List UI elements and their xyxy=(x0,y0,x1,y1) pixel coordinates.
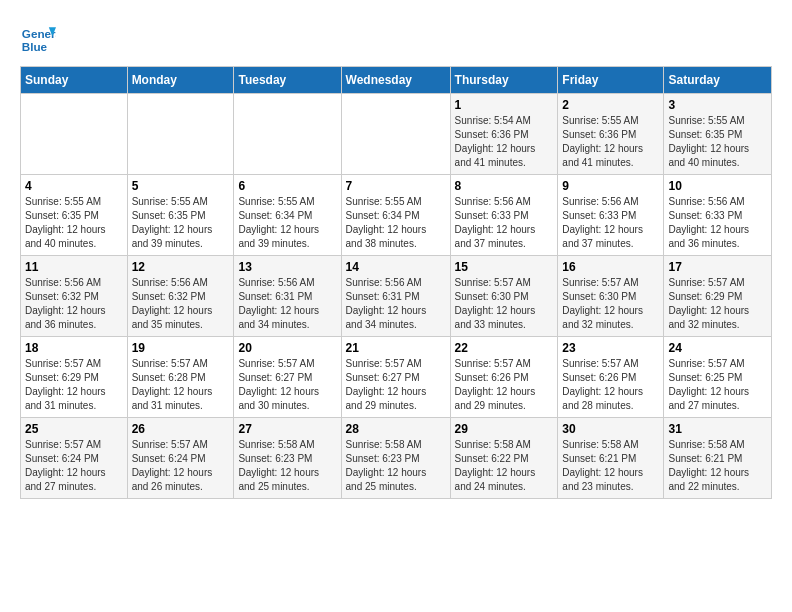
calendar-cell: 24Sunrise: 5:57 AM Sunset: 6:25 PM Dayli… xyxy=(664,337,772,418)
day-info: Sunrise: 5:57 AM Sunset: 6:28 PM Dayligh… xyxy=(132,357,230,413)
header-monday: Monday xyxy=(127,67,234,94)
week-row-1: 4Sunrise: 5:55 AM Sunset: 6:35 PM Daylig… xyxy=(21,175,772,256)
day-number: 31 xyxy=(668,422,767,436)
week-row-4: 25Sunrise: 5:57 AM Sunset: 6:24 PM Dayli… xyxy=(21,418,772,499)
day-number: 5 xyxy=(132,179,230,193)
day-info: Sunrise: 5:55 AM Sunset: 6:34 PM Dayligh… xyxy=(346,195,446,251)
calendar-cell: 13Sunrise: 5:56 AM Sunset: 6:31 PM Dayli… xyxy=(234,256,341,337)
day-number: 20 xyxy=(238,341,336,355)
calendar-cell: 23Sunrise: 5:57 AM Sunset: 6:26 PM Dayli… xyxy=(558,337,664,418)
day-info: Sunrise: 5:57 AM Sunset: 6:27 PM Dayligh… xyxy=(346,357,446,413)
week-row-3: 18Sunrise: 5:57 AM Sunset: 6:29 PM Dayli… xyxy=(21,337,772,418)
day-number: 2 xyxy=(562,98,659,112)
day-info: Sunrise: 5:55 AM Sunset: 6:34 PM Dayligh… xyxy=(238,195,336,251)
header-sunday: Sunday xyxy=(21,67,128,94)
calendar-cell: 7Sunrise: 5:55 AM Sunset: 6:34 PM Daylig… xyxy=(341,175,450,256)
day-number: 3 xyxy=(668,98,767,112)
day-number: 27 xyxy=(238,422,336,436)
day-info: Sunrise: 5:56 AM Sunset: 6:32 PM Dayligh… xyxy=(132,276,230,332)
day-number: 1 xyxy=(455,98,554,112)
calendar-cell: 21Sunrise: 5:57 AM Sunset: 6:27 PM Dayli… xyxy=(341,337,450,418)
day-number: 24 xyxy=(668,341,767,355)
day-number: 13 xyxy=(238,260,336,274)
day-info: Sunrise: 5:58 AM Sunset: 6:23 PM Dayligh… xyxy=(346,438,446,494)
day-number: 30 xyxy=(562,422,659,436)
day-number: 23 xyxy=(562,341,659,355)
calendar-cell xyxy=(234,94,341,175)
day-info: Sunrise: 5:57 AM Sunset: 6:25 PM Dayligh… xyxy=(668,357,767,413)
day-info: Sunrise: 5:58 AM Sunset: 6:21 PM Dayligh… xyxy=(668,438,767,494)
day-info: Sunrise: 5:55 AM Sunset: 6:35 PM Dayligh… xyxy=(132,195,230,251)
day-info: Sunrise: 5:56 AM Sunset: 6:31 PM Dayligh… xyxy=(346,276,446,332)
day-number: 14 xyxy=(346,260,446,274)
logo: General Blue xyxy=(20,20,56,56)
calendar-cell: 6Sunrise: 5:55 AM Sunset: 6:34 PM Daylig… xyxy=(234,175,341,256)
day-info: Sunrise: 5:58 AM Sunset: 6:21 PM Dayligh… xyxy=(562,438,659,494)
day-info: Sunrise: 5:56 AM Sunset: 6:33 PM Dayligh… xyxy=(455,195,554,251)
calendar-cell: 16Sunrise: 5:57 AM Sunset: 6:30 PM Dayli… xyxy=(558,256,664,337)
calendar-body: 1Sunrise: 5:54 AM Sunset: 6:36 PM Daylig… xyxy=(21,94,772,499)
day-info: Sunrise: 5:57 AM Sunset: 6:24 PM Dayligh… xyxy=(25,438,123,494)
calendar-table: SundayMondayTuesdayWednesdayThursdayFrid… xyxy=(20,66,772,499)
day-info: Sunrise: 5:55 AM Sunset: 6:35 PM Dayligh… xyxy=(668,114,767,170)
calendar-cell: 30Sunrise: 5:58 AM Sunset: 6:21 PM Dayli… xyxy=(558,418,664,499)
day-info: Sunrise: 5:55 AM Sunset: 6:36 PM Dayligh… xyxy=(562,114,659,170)
week-row-2: 11Sunrise: 5:56 AM Sunset: 6:32 PM Dayli… xyxy=(21,256,772,337)
calendar-cell: 12Sunrise: 5:56 AM Sunset: 6:32 PM Dayli… xyxy=(127,256,234,337)
calendar-cell: 8Sunrise: 5:56 AM Sunset: 6:33 PM Daylig… xyxy=(450,175,558,256)
day-number: 29 xyxy=(455,422,554,436)
calendar-cell: 3Sunrise: 5:55 AM Sunset: 6:35 PM Daylig… xyxy=(664,94,772,175)
page-header: General Blue xyxy=(20,20,772,56)
day-info: Sunrise: 5:56 AM Sunset: 6:32 PM Dayligh… xyxy=(25,276,123,332)
calendar-cell: 29Sunrise: 5:58 AM Sunset: 6:22 PM Dayli… xyxy=(450,418,558,499)
day-info: Sunrise: 5:57 AM Sunset: 6:29 PM Dayligh… xyxy=(25,357,123,413)
day-number: 28 xyxy=(346,422,446,436)
day-number: 19 xyxy=(132,341,230,355)
day-info: Sunrise: 5:57 AM Sunset: 6:30 PM Dayligh… xyxy=(562,276,659,332)
week-row-0: 1Sunrise: 5:54 AM Sunset: 6:36 PM Daylig… xyxy=(21,94,772,175)
calendar-cell: 15Sunrise: 5:57 AM Sunset: 6:30 PM Dayli… xyxy=(450,256,558,337)
day-info: Sunrise: 5:56 AM Sunset: 6:33 PM Dayligh… xyxy=(668,195,767,251)
day-info: Sunrise: 5:58 AM Sunset: 6:22 PM Dayligh… xyxy=(455,438,554,494)
calendar-cell xyxy=(127,94,234,175)
day-info: Sunrise: 5:58 AM Sunset: 6:23 PM Dayligh… xyxy=(238,438,336,494)
day-info: Sunrise: 5:57 AM Sunset: 6:24 PM Dayligh… xyxy=(132,438,230,494)
calendar-cell: 27Sunrise: 5:58 AM Sunset: 6:23 PM Dayli… xyxy=(234,418,341,499)
day-number: 25 xyxy=(25,422,123,436)
calendar-cell: 5Sunrise: 5:55 AM Sunset: 6:35 PM Daylig… xyxy=(127,175,234,256)
header-tuesday: Tuesday xyxy=(234,67,341,94)
day-number: 11 xyxy=(25,260,123,274)
calendar-cell xyxy=(21,94,128,175)
day-number: 9 xyxy=(562,179,659,193)
day-info: Sunrise: 5:57 AM Sunset: 6:26 PM Dayligh… xyxy=(455,357,554,413)
svg-text:Blue: Blue xyxy=(22,40,48,53)
day-number: 8 xyxy=(455,179,554,193)
calendar-cell: 17Sunrise: 5:57 AM Sunset: 6:29 PM Dayli… xyxy=(664,256,772,337)
calendar-cell: 14Sunrise: 5:56 AM Sunset: 6:31 PM Dayli… xyxy=(341,256,450,337)
calendar-header: SundayMondayTuesdayWednesdayThursdayFrid… xyxy=(21,67,772,94)
header-friday: Friday xyxy=(558,67,664,94)
day-number: 7 xyxy=(346,179,446,193)
day-info: Sunrise: 5:57 AM Sunset: 6:26 PM Dayligh… xyxy=(562,357,659,413)
calendar-cell: 22Sunrise: 5:57 AM Sunset: 6:26 PM Dayli… xyxy=(450,337,558,418)
calendar-cell: 28Sunrise: 5:58 AM Sunset: 6:23 PM Dayli… xyxy=(341,418,450,499)
calendar-cell: 4Sunrise: 5:55 AM Sunset: 6:35 PM Daylig… xyxy=(21,175,128,256)
calendar-cell: 1Sunrise: 5:54 AM Sunset: 6:36 PM Daylig… xyxy=(450,94,558,175)
logo-icon: General Blue xyxy=(20,20,56,56)
day-info: Sunrise: 5:56 AM Sunset: 6:31 PM Dayligh… xyxy=(238,276,336,332)
day-number: 16 xyxy=(562,260,659,274)
calendar-cell: 2Sunrise: 5:55 AM Sunset: 6:36 PM Daylig… xyxy=(558,94,664,175)
calendar-cell: 20Sunrise: 5:57 AM Sunset: 6:27 PM Dayli… xyxy=(234,337,341,418)
calendar-cell: 19Sunrise: 5:57 AM Sunset: 6:28 PM Dayli… xyxy=(127,337,234,418)
header-thursday: Thursday xyxy=(450,67,558,94)
day-info: Sunrise: 5:57 AM Sunset: 6:27 PM Dayligh… xyxy=(238,357,336,413)
calendar-cell: 31Sunrise: 5:58 AM Sunset: 6:21 PM Dayli… xyxy=(664,418,772,499)
day-number: 17 xyxy=(668,260,767,274)
day-number: 4 xyxy=(25,179,123,193)
day-number: 18 xyxy=(25,341,123,355)
day-info: Sunrise: 5:56 AM Sunset: 6:33 PM Dayligh… xyxy=(562,195,659,251)
header-wednesday: Wednesday xyxy=(341,67,450,94)
calendar-cell: 11Sunrise: 5:56 AM Sunset: 6:32 PM Dayli… xyxy=(21,256,128,337)
calendar-cell: 25Sunrise: 5:57 AM Sunset: 6:24 PM Dayli… xyxy=(21,418,128,499)
day-number: 26 xyxy=(132,422,230,436)
